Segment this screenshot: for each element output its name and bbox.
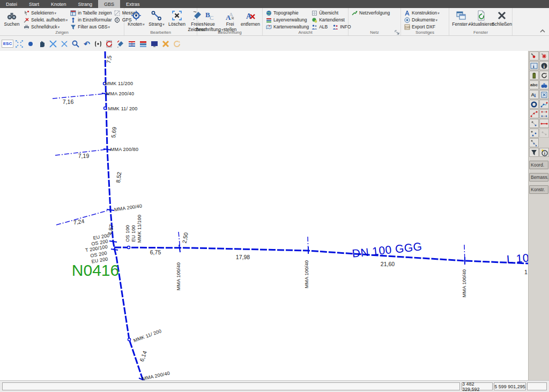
- tab-knoten[interactable]: Knoten: [45, 0, 72, 8]
- map-service-icon: [311, 17, 317, 23]
- tab-strang[interactable]: Strang: [72, 0, 99, 8]
- center-point-button[interactable]: [25, 39, 36, 49]
- layer-bar-button[interactable]: [138, 39, 149, 49]
- node-chain-button[interactable]: [529, 138, 539, 147]
- collapse-ribbon-icon[interactable]: [539, 28, 546, 34]
- nodes-tri-button[interactable]: [529, 129, 539, 138]
- node-pair-button[interactable]: [529, 119, 539, 128]
- svg-text:A: A: [226, 13, 231, 21]
- redline-button[interactable]: [104, 39, 115, 49]
- frei-stellen-button[interactable]: AA Frei stellen: [220, 9, 240, 33]
- aktualisieren-button[interactable]: Aktualisieren: [471, 9, 492, 28]
- info-table-button[interactable]: i: [529, 61, 539, 70]
- tab-datei[interactable]: Datei: [0, 0, 23, 8]
- bemass-button[interactable]: Bemass.: [529, 173, 548, 182]
- cross-arrows2-icon: [60, 40, 69, 48]
- loeschen-button[interactable]: Löschen: [167, 9, 187, 28]
- documents-icon: [404, 17, 410, 23]
- battery-button[interactable]: [529, 71, 539, 80]
- segment-nodes-button[interactable]: [539, 119, 549, 128]
- topographie-button[interactable]: Topographie: [265, 10, 309, 16]
- entfernen-button[interactable]: A entfernen: [240, 9, 261, 28]
- nodes-faded-button[interactable]: [539, 129, 549, 138]
- ring-select-button[interactable]: [529, 100, 539, 109]
- kartenverwaltung-button[interactable]: Kartenverwaltung: [265, 24, 309, 30]
- rotate-node-button[interactable]: [539, 71, 549, 80]
- group-caption-fenster: Fenster: [449, 30, 512, 35]
- construction-icon: [404, 10, 410, 16]
- font-move-button[interactable]: A: [529, 90, 539, 99]
- bbox-toggle-button[interactable]: [539, 90, 549, 99]
- loeschen-label: Löschen: [168, 22, 186, 27]
- layerverwaltung-button[interactable]: Layerverwaltung: [265, 17, 309, 23]
- center-dot-icon: [26, 40, 35, 48]
- ribbon-group-ansicht: Topographie Layerverwaltung Kartenverwal…: [263, 8, 348, 35]
- undo-button[interactable]: ↶: [81, 39, 92, 49]
- panel-info-button[interactable]: i: [539, 148, 549, 157]
- select-icon: [23, 10, 29, 16]
- in-tabelle-zeigen-button[interactable]: in Tabelle zeigen: [70, 10, 112, 16]
- schliessen-button[interactable]: Schließen: [492, 9, 512, 28]
- map-canvas[interactable]: 7,5MMK 11/200MMA 200/40MMK 11/ 2007,165,…: [0, 51, 528, 380]
- knoten-button[interactable]: Knoten: [126, 9, 146, 28]
- fitting-ticks: [102, 93, 465, 380]
- dokumente-button[interactable]: Dokumente: [404, 17, 440, 23]
- kartendienst-button[interactable]: Kartendienst: [311, 17, 351, 23]
- netzverfolgung-button[interactable]: Netzverfolgung: [351, 10, 390, 16]
- schnelldruck-button[interactable]: Schnelldruck: [23, 24, 68, 30]
- cancel-tool-button[interactable]: [160, 39, 171, 49]
- screen-button[interactable]: [149, 39, 160, 49]
- zoom-window-button[interactable]: [48, 39, 58, 49]
- strang-button[interactable]: Strang: [146, 9, 167, 28]
- neue-beschriftung-button[interactable]: BC Neue Beschriftung: [199, 9, 220, 33]
- canvas-label: 21,60: [381, 261, 395, 267]
- canvas-label: EU 100: [131, 225, 136, 242]
- zoom-lens-button[interactable]: [70, 39, 81, 49]
- profile-view-button[interactable]: [127, 39, 137, 49]
- suchen-button[interactable]: Suchen: [2, 9, 22, 28]
- konstr-button[interactable]: Konstr.: [529, 185, 548, 194]
- tab-start[interactable]: Start: [23, 0, 45, 8]
- search-small-button[interactable]: [539, 80, 549, 89]
- tab-gbs[interactable]: GBS: [98, 0, 120, 8]
- abc-label-button[interactable]: abc: [529, 80, 539, 89]
- panel-filter-button[interactable]: [529, 148, 539, 157]
- hand-icon: [38, 40, 46, 48]
- sketch-button[interactable]: [115, 39, 126, 49]
- konstruktion-button[interactable]: Konstruktion: [404, 10, 440, 16]
- curve-nodes-button[interactable]: [529, 109, 539, 118]
- canvas-label: 7,16: [63, 99, 73, 105]
- tab-extras[interactable]: Extras: [120, 0, 146, 8]
- in-einzelformular-button[interactable]: in Einzelformular: [70, 17, 112, 23]
- alb-button[interactable]: ALB: [311, 24, 328, 30]
- globe-icon: [265, 10, 272, 16]
- zoom-previous-button[interactable]: [59, 39, 70, 49]
- reload-button[interactable]: [172, 39, 182, 49]
- polyline-trace-button[interactable]: [539, 100, 549, 109]
- zoom-fit-button[interactable]: [14, 39, 25, 49]
- uebersicht-button[interactable]: Übersicht: [311, 10, 351, 16]
- ribbon-group-netz: Netzverfolgung Netz: [348, 8, 401, 35]
- status-extra-field: [527, 382, 547, 390]
- pan-button[interactable]: [36, 39, 47, 49]
- node-move-button[interactable]: [529, 51, 539, 61]
- canvas-label: L 10: [506, 252, 528, 266]
- svg-text:A: A: [531, 92, 535, 97]
- layer-bar-icon: [139, 40, 147, 48]
- label-letters-icon: BC: [204, 10, 216, 21]
- gps-icon: [114, 17, 121, 23]
- nodes-grid-button[interactable]: [539, 109, 549, 118]
- koord-button[interactable]: Koord.: [529, 161, 548, 169]
- info-circle-button[interactable]: i: [539, 61, 549, 70]
- export-dxf-button[interactable]: DXFExport DXF: [404, 24, 440, 30]
- filter-aus-gbs-button[interactable]: Filter aus GBS: [70, 24, 112, 30]
- node-snap-button[interactable]: [539, 51, 549, 61]
- canvas-label: 1: [524, 269, 528, 275]
- export-dxf-label: Export DXF: [412, 24, 435, 29]
- ribbon-group-bearbeiten: Knoten Strang Löschen Freies Zeichnen Be…: [124, 8, 197, 35]
- selektieren-button[interactable]: Selektieren: [23, 10, 68, 16]
- esc-button[interactable]: ESC: [2, 40, 13, 48]
- rotate-view-button[interactable]: [93, 39, 103, 49]
- selekt-aufheben-button[interactable]: Selekt. aufheben: [23, 17, 68, 23]
- alb-label: ALB: [319, 24, 328, 29]
